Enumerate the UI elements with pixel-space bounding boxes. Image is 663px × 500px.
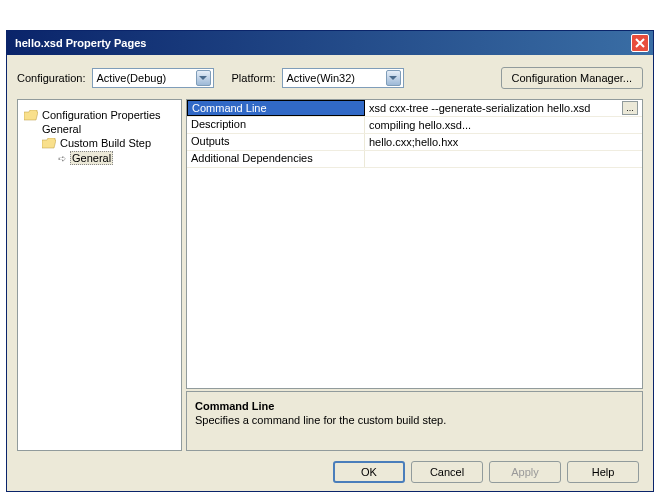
grid-row-additional-dependencies[interactable]: Additional Dependencies xyxy=(187,151,642,168)
ok-button[interactable]: OK xyxy=(333,461,405,483)
grid-row-command-line[interactable]: Command Line xsd cxx-tree --generate-ser… xyxy=(187,100,642,117)
chevron-down-icon xyxy=(386,70,401,86)
tree-item-custom-build-step[interactable]: Custom Build Step xyxy=(22,136,177,150)
cancel-button[interactable]: Cancel xyxy=(411,461,483,483)
grid-property-name: Additional Dependencies xyxy=(187,151,365,167)
property-pages-dialog: hello.xsd Property Pages Configuration: … xyxy=(6,30,654,492)
description-panel: Command Line Specifies a command line fo… xyxy=(186,391,643,451)
grid-row-outputs[interactable]: Outputs hello.cxx;hello.hxx xyxy=(187,134,642,151)
description-title: Command Line xyxy=(195,400,634,412)
configuration-row: Configuration: Active(Debug) Platform: A… xyxy=(17,67,643,89)
tree-label: Configuration Properties xyxy=(42,109,161,121)
configuration-label: Configuration: xyxy=(17,72,86,84)
right-pane: Command Line xsd cxx-tree --generate-ser… xyxy=(186,99,643,451)
configuration-dropdown[interactable]: Active(Debug) xyxy=(92,68,214,88)
main-area: Configuration Properties General Custom … xyxy=(17,99,643,451)
grid-property-name: Command Line xyxy=(187,100,365,116)
folder-open-icon xyxy=(24,110,38,121)
grid-property-value[interactable]: compiling hello.xsd... xyxy=(365,117,642,133)
configuration-manager-button[interactable]: Configuration Manager... xyxy=(501,67,643,89)
platform-label: Platform: xyxy=(232,72,276,84)
grid-property-name: Description xyxy=(187,117,365,133)
ellipsis-button[interactable]: ... xyxy=(622,101,638,115)
close-icon xyxy=(635,38,645,48)
titlebar: hello.xsd Property Pages xyxy=(7,31,653,55)
grid-property-value[interactable]: hello.cxx;hello.hxx xyxy=(365,134,642,150)
grid-property-name: Outputs xyxy=(187,134,365,150)
description-text: Specifies a command line for the custom … xyxy=(195,414,634,426)
chevron-down-icon xyxy=(196,70,211,86)
help-button[interactable]: Help xyxy=(567,461,639,483)
tree-label: Custom Build Step xyxy=(60,137,151,149)
window-title: hello.xsd Property Pages xyxy=(11,37,631,49)
grid-property-value[interactable] xyxy=(365,151,642,167)
tree-item-general-build[interactable]: ➪ General xyxy=(22,150,177,166)
tree-label: General xyxy=(70,151,113,165)
tree-label: General xyxy=(42,123,81,135)
grid-property-value[interactable]: xsd cxx-tree --generate-serialization he… xyxy=(365,100,642,116)
arrow-icon: ➪ xyxy=(58,153,66,164)
dialog-buttons: OK Cancel Apply Help xyxy=(17,461,643,483)
close-button[interactable] xyxy=(631,34,649,52)
tree-item-configuration-properties[interactable]: Configuration Properties xyxy=(22,108,177,122)
configuration-value: Active(Debug) xyxy=(97,72,196,84)
folder-open-icon xyxy=(42,138,56,149)
apply-button[interactable]: Apply xyxy=(489,461,561,483)
dialog-content: Configuration: Active(Debug) Platform: A… xyxy=(7,55,653,493)
platform-value: Active(Win32) xyxy=(287,72,386,84)
tree-item-general[interactable]: General xyxy=(22,122,177,136)
grid-row-description[interactable]: Description compiling hello.xsd... xyxy=(187,117,642,134)
platform-dropdown[interactable]: Active(Win32) xyxy=(282,68,404,88)
tree-panel: Configuration Properties General Custom … xyxy=(17,99,182,451)
property-grid: Command Line xsd cxx-tree --generate-ser… xyxy=(186,99,643,389)
